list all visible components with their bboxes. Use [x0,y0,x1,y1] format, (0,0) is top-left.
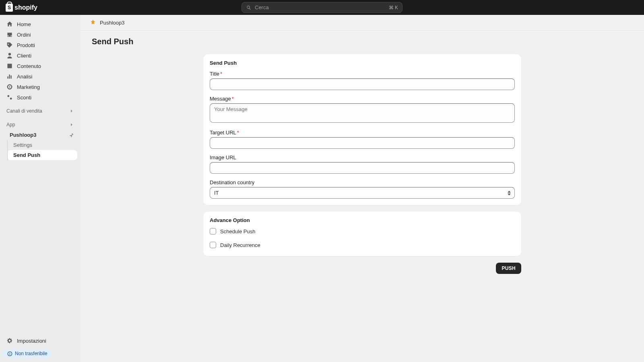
label-recurrence: Daily Recurrence [220,242,260,248]
label-country: Destination country [210,179,515,185]
breadcrumb: Pushloop3 [80,15,644,31]
percent-icon [6,94,13,101]
select-country[interactable]: IT [210,187,515,199]
select-caret-icon [508,190,511,195]
nav-orders[interactable]: Ordini [3,29,77,40]
row-daily-recurrence[interactable]: Daily Recurrence [210,242,515,248]
section-channels[interactable]: Canali di vendita [3,103,77,116]
transfer-pill-label: Non trasferibile [15,351,47,356]
nav-products[interactable]: Prodotti [3,40,77,50]
checkbox-schedule[interactable] [210,228,216,234]
shopify-bag-icon: S [6,4,13,12]
brand-logo: S shopify [6,4,37,12]
input-message[interactable] [210,103,515,123]
search-icon [246,5,252,10]
pin-icon[interactable] [68,132,74,138]
section-apps-label: App [6,122,15,128]
search-bar[interactable]: Cerca ⌘ K [242,2,402,13]
tag-icon [6,42,13,48]
nav-analytics[interactable]: Analisi [3,71,77,82]
card-advanced: Advance Option Schedule Push Daily Recur… [203,212,521,256]
nav-home-label: Home [17,21,31,27]
section-apps[interactable]: App [3,116,77,130]
label-schedule: Schedule Push [220,228,255,234]
nav-orders-label: Ordini [17,32,31,38]
page-title: Send Push [80,31,644,54]
label-message: Message* [210,96,515,102]
svg-rect-2 [10,352,10,353]
checkbox-recurrence[interactable] [210,242,216,248]
nav-content-label: Contenuto [17,63,41,69]
bars-icon [6,73,13,80]
input-title[interactable] [210,78,515,90]
topbar: S shopify Cerca ⌘ K [0,0,644,15]
required-mark: * [220,71,222,77]
nav-discounts[interactable]: Sconti [3,92,77,103]
label-image-url: Image URL [210,154,515,160]
sidebar-sub-settings[interactable]: Settings [8,140,77,150]
gear-icon [6,337,13,344]
nav-content[interactable]: Contenuto [3,61,77,71]
nav-customers-label: Clienti [17,53,31,59]
nav-settings[interactable]: Impostazioni [3,335,77,346]
push-button[interactable]: PUSH [496,263,521,274]
app-crumb-icon [89,19,97,26]
row-schedule-push[interactable]: Schedule Push [210,228,515,234]
nav-settings-label: Impostazioni [17,338,46,344]
info-icon [7,351,12,356]
sidebar-app-pushloop[interactable]: Pushloop3 [3,130,77,140]
inbox-icon [6,31,13,38]
chevron-right-icon [69,109,74,113]
card-sendpush-title: Send Push [210,60,515,66]
label-target-url: Target URL* [210,130,515,136]
chevron-right-icon [69,122,74,127]
sidebar-sub-settings-label: Settings [13,142,32,148]
nav-discounts-label: Sconti [17,95,31,101]
image-icon [6,63,13,69]
nav-home[interactable]: Home [3,19,77,29]
required-mark: * [237,130,239,136]
card-sendpush: Send Push Title* Message* Target URL* [203,54,521,205]
transfer-pill[interactable]: Non trasferibile [3,349,52,358]
search-placeholder: Cerca [255,4,389,10]
search-shortcut: ⌘ K [389,5,398,10]
nav-products-label: Prodotti [17,42,35,48]
nav-marketing[interactable]: Marketing [3,82,77,92]
nav-marketing-label: Marketing [17,84,40,90]
label-title: Title* [210,71,515,77]
card-advanced-title: Advance Option [210,217,515,223]
required-mark: * [232,96,234,102]
sidebar-app-label: Pushloop3 [10,132,36,138]
breadcrumb-text: Pushloop3 [100,20,124,26]
nav-customers[interactable]: Clienti [3,50,77,61]
main: Pushloop3 Send Push Send Push Title* Mes… [80,15,644,362]
home-icon [6,21,13,27]
person-icon [6,52,13,59]
target-icon [6,84,13,90]
sidebar: Home Ordini Prodotti Clienti Contenuto A… [0,15,80,362]
svg-rect-1 [10,353,10,355]
input-image-url[interactable] [210,162,515,174]
brand-text: shopify [14,4,37,11]
section-channels-label: Canali di vendita [6,108,42,114]
input-target-url[interactable] [210,137,515,149]
nav-analytics-label: Analisi [17,74,32,80]
sidebar-sub-sendpush-label: Send Push [13,152,40,158]
sidebar-sub-sendpush[interactable]: Send Push [8,150,77,160]
